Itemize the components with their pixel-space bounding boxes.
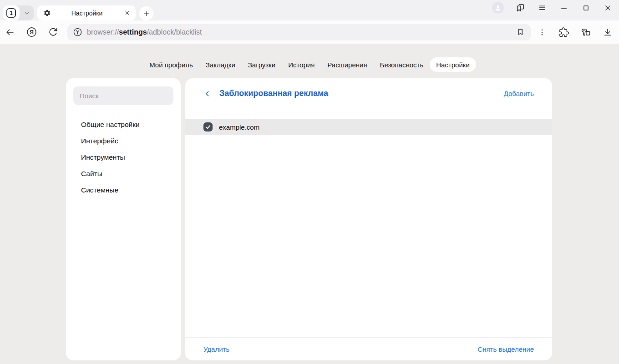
protect-icon (73, 27, 82, 37)
settings-page: Мой профиль Закладки Загрузки История Ра… (0, 44, 619, 364)
sidebar-item-sites[interactable]: Сайты (66, 166, 181, 182)
toolbar-right (537, 27, 619, 38)
nav-tab-downloads[interactable]: Загрузки (242, 57, 282, 72)
tab-count-badge: 1 (6, 8, 16, 18)
address-bar[interactable]: browser://settings/adblock/blacklist (67, 24, 531, 40)
sidebar-divider (73, 109, 173, 109)
sidebar-item-tools[interactable]: Инструменты (66, 149, 181, 166)
settings-sidebar: Общие настройки Интерфейс Инструменты Са… (66, 78, 181, 360)
nav-tab-history[interactable]: История (282, 57, 321, 72)
bookmarks-panel-icon[interactable] (515, 2, 526, 13)
nav-tab-bookmarks[interactable]: Закладки (199, 57, 242, 72)
header-divider (203, 109, 534, 109)
nav-tab-security[interactable]: Безопасность (374, 57, 430, 72)
nav-tab-profile[interactable]: Мой профиль (143, 57, 199, 72)
row-checkbox-checked[interactable] (203, 122, 213, 131)
passwords-key-icon[interactable] (580, 27, 591, 38)
panel-header: Заблокированная реклама Добавить (185, 78, 552, 109)
delete-button[interactable]: Удалить (203, 345, 229, 353)
url-suffix: /adblock/blacklist (147, 28, 202, 36)
maximize-icon[interactable] (580, 2, 591, 13)
window-controls (492, 2, 613, 14)
toolbar: Я browser://settings/adblock/blacklist (0, 20, 619, 44)
back-button[interactable] (5, 27, 15, 38)
tab-close-icon[interactable] (123, 9, 131, 17)
menu-icon[interactable] (537, 2, 548, 13)
gear-icon (43, 9, 51, 17)
reload-icon[interactable] (47, 27, 58, 38)
url-prefix: browser:// (87, 28, 119, 36)
downloads-icon[interactable] (602, 27, 613, 38)
blacklist-row[interactable]: example.com (185, 119, 552, 135)
svg-text:Я: Я (30, 29, 34, 35)
minimize-icon[interactable] (558, 2, 569, 13)
chevron-down-icon[interactable] (20, 5, 34, 20)
tab-strip: 1 Настройки (0, 0, 619, 20)
nav-tab-extensions[interactable]: Расширения (321, 57, 373, 72)
page-title: Заблокированная реклама (219, 89, 328, 98)
deselect-button[interactable]: Снять выделение (477, 345, 534, 353)
add-button[interactable]: Добавить (504, 90, 534, 97)
nav-tab-settings[interactable]: Настройки (430, 57, 476, 72)
new-tab-button[interactable] (139, 6, 153, 20)
sidebar-item-system[interactable]: Системные (66, 182, 181, 198)
plus-icon (143, 10, 150, 17)
sidebar-item-interface[interactable]: Интерфейс (66, 133, 181, 149)
bookmark-icon[interactable] (513, 25, 527, 39)
profile-avatar[interactable] (492, 2, 504, 14)
panel-footer: Удалить Снять выделение (185, 338, 552, 360)
tab-settings[interactable]: Настройки (37, 5, 136, 20)
settings-nav: Мой профиль Закладки Загрузки История Ра… (0, 57, 619, 72)
url-highlight: settings (119, 28, 147, 36)
sidebar-items: Общие настройки Интерфейс Инструменты Са… (66, 116, 181, 198)
search-input[interactable] (73, 86, 173, 105)
person-icon (494, 4, 502, 12)
tab-count-button[interactable]: 1 (3, 5, 20, 20)
yandex-logo-icon[interactable]: Я (26, 27, 37, 38)
row-domain: example.com (219, 123, 259, 131)
browser-window: 1 Настройки (0, 0, 619, 364)
kebab-menu-icon[interactable] (537, 27, 548, 38)
back-chevron-icon[interactable] (203, 90, 212, 98)
url-text[interactable]: browser://settings/adblock/blacklist (87, 28, 513, 36)
extensions-puzzle-icon[interactable] (558, 27, 569, 38)
sidebar-item-general[interactable]: Общие настройки (66, 116, 181, 133)
close-icon[interactable] (602, 2, 613, 13)
tab-group-button[interactable]: 1 (3, 5, 34, 20)
blocked-ads-panel: Заблокированная реклама Добавить example… (185, 78, 552, 360)
tab-title: Настройки (51, 10, 123, 17)
